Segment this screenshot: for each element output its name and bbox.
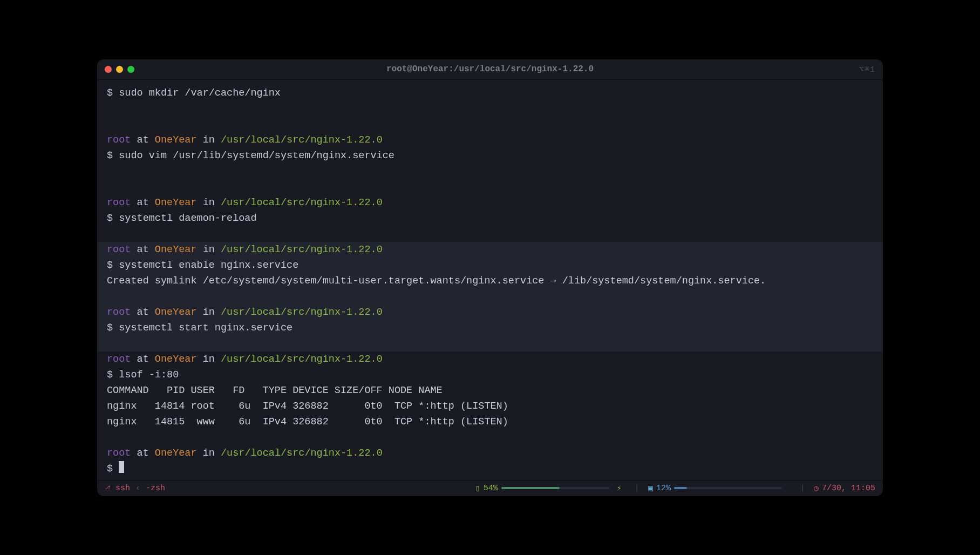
terminal-line: $ systemctl enable nginx.service: [97, 258, 883, 273]
terminal-line: $ lsof -i:80: [107, 367, 873, 383]
clock-icon: ◷: [814, 483, 819, 493]
terminal-line: $ sudo mkdir /var/cache/nginx: [107, 85, 873, 101]
terminal-line: nginx 14815 www 6u IPv4 326882 0t0 TCP *…: [107, 414, 873, 430]
terminal-line: Created symlink /etc/systemd/system/mult…: [97, 273, 883, 289]
battery-percent: 54%: [484, 484, 498, 493]
charging-icon: ⚡: [617, 483, 622, 493]
window-controls: [105, 66, 134, 73]
terminal-line: [107, 430, 873, 445]
terminal-line: $: [107, 461, 873, 477]
branch-icon: ⎇: [105, 484, 112, 492]
terminal-line: [107, 179, 873, 195]
divider: |: [635, 484, 639, 493]
terminal-line: root at OneYear in /usr/local/src/nginx-…: [97, 242, 883, 258]
terminal-line: root at OneYear in /usr/local/src/nginx-…: [107, 195, 873, 211]
minimize-icon[interactable]: [116, 66, 123, 73]
terminal-line: [97, 336, 883, 351]
terminal-line: $ systemctl start nginx.service: [97, 320, 883, 336]
status-right: | ◷ 7/30, 11:05: [795, 483, 875, 493]
zoom-icon[interactable]: [127, 66, 134, 73]
terminal-line: root at OneYear in /usr/local/src/nginx-…: [97, 304, 883, 320]
cpu-percent: 12%: [656, 484, 671, 493]
divider: |: [800, 484, 805, 493]
status-left: ⎇ ssh ‹ -zsh: [105, 484, 165, 493]
terminal-line: $ systemctl daemon-reload: [107, 211, 873, 226]
status-bar: ⎇ ssh ‹ -zsh ▯ 54% ⚡ | ▣ 12% | ◷ 7/30, 1…: [97, 480, 883, 496]
battery-icon: ▯: [475, 483, 480, 493]
terminal-body[interactable]: $ sudo mkdir /var/cache/nginx root at On…: [97, 80, 883, 480]
terminal-line: [107, 226, 873, 242]
status-sep: ‹: [135, 484, 140, 493]
terminal-line: [107, 117, 873, 132]
cpu-bar-fill: [674, 487, 687, 489]
terminal-line: COMMAND PID USER FD TYPE DEVICE SIZE/OFF…: [107, 383, 873, 398]
terminal-line: [107, 164, 873, 179]
terminal-line: [107, 101, 873, 117]
status-center: ▯ 54% ⚡ | ▣ 12%: [475, 483, 782, 493]
window-title: root@OneYear:/usr/local/src/nginx-1.22.0: [97, 64, 883, 74]
cpu-bar: [674, 487, 782, 489]
terminal-line: root at OneYear in /usr/local/src/nginx-…: [107, 132, 873, 148]
titlebar: root@OneYear:/usr/local/src/nginx-1.22.0…: [97, 59, 883, 80]
status-clock: 7/30, 11:05: [822, 484, 875, 493]
terminal-line: nginx 14814 root 6u IPv4 326882 0t0 TCP …: [107, 398, 873, 414]
terminal-line: $ sudo vim /usr/lib/systemd/system/nginx…: [107, 148, 873, 164]
status-shell: -zsh: [146, 484, 165, 493]
terminal-line: root at OneYear in /usr/local/src/nginx-…: [107, 445, 873, 461]
terminal-line: [97, 289, 883, 304]
close-icon[interactable]: [105, 66, 112, 73]
cpu-icon: ▣: [648, 483, 653, 493]
status-ssh: ssh: [115, 484, 130, 493]
pane-indicator: ⌥⌘1: [859, 64, 875, 75]
battery-bar: [501, 487, 609, 489]
terminal-window: root@OneYear:/usr/local/src/nginx-1.22.0…: [97, 59, 883, 496]
svg-text:⎇: ⎇: [105, 485, 110, 491]
terminal-line: root at OneYear in /usr/local/src/nginx-…: [107, 351, 873, 367]
battery-bar-fill: [501, 487, 560, 489]
